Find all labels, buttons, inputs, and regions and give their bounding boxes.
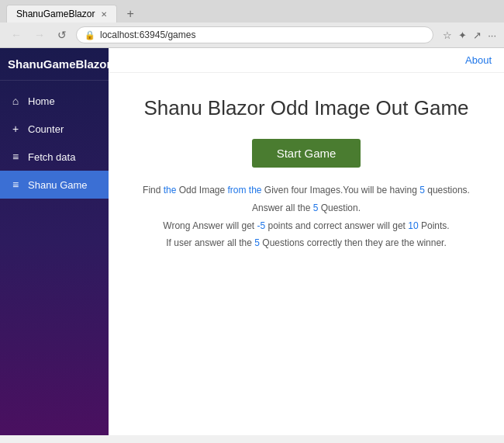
tab-bar: ShanuGameBlazor ✕ + [0,0,504,22]
page-heading: Shanu Blazor Odd Image Out Game [143,96,468,120]
sidebar-item-home[interactable]: ⌂ Home [0,87,109,115]
sidebar-nav: ⌂ Home + Counter ≡ Fetch data ≡ Shanu Ga… [0,81,109,199]
forward-button[interactable]: → [31,27,48,43]
game-description: Find the Odd Image from the Given four I… [143,182,470,252]
browser-chrome: ShanuGameBlazor ✕ + ← → ↺ 🔒 ☆ ✦ ↗ ··· [0,0,504,48]
share-icon[interactable]: ↗ [473,29,482,41]
tab-close-button[interactable]: ✕ [101,10,107,19]
url-input[interactable] [100,29,425,40]
address-icons: ☆ ✦ ↗ ··· [443,29,496,41]
start-game-button[interactable]: Start Game [252,139,361,168]
lock-icon: 🔒 [85,30,95,40]
sidebar-item-shanu-game[interactable]: ≡ Shanu Game [0,171,109,199]
sidebar-item-fetch-data[interactable]: ≡ Fetch data [0,143,109,171]
back-button[interactable]: ← [8,27,25,43]
bookmark-icon[interactable]: ☆ [443,29,452,41]
content-area: Shanu Blazor Odd Image Out Game Start Ga… [109,73,504,435]
description-line-1: Find the Odd Image from the Given four I… [143,182,470,199]
sidebar-item-fetch-label: Fetch data [28,151,75,163]
star-icon[interactable]: ✦ [458,29,467,41]
menu-icon[interactable]: ··· [488,29,496,41]
sidebar-item-shanu-label: Shanu Game [28,179,88,191]
address-bar: ← → ↺ 🔒 ☆ ✦ ↗ ··· [0,22,504,47]
about-link[interactable]: About [465,54,492,66]
new-tab-button[interactable]: + [120,5,140,22]
sidebar: ShanuGameBlazor ⌂ Home + Counter ≡ Fetch… [0,48,109,435]
description-line-2: Answer all the 5 Question. [143,199,470,217]
list-icon: ≡ [9,151,22,163]
browser-tab[interactable]: ShanuGameBlazor ✕ [6,5,117,22]
description-line-3: Wrong Answer will get -5 points and corr… [143,217,470,235]
sidebar-item-home-label: Home [28,95,55,107]
sidebar-item-counter-label: Counter [28,123,64,135]
plus-icon: + [9,123,22,135]
app-layout: ShanuGameBlazor ⌂ Home + Counter ≡ Fetch… [0,48,504,435]
sidebar-title: ShanuGameBlazor [0,48,109,81]
sidebar-item-counter[interactable]: + Counter [0,115,109,143]
tab-title: ShanuGameBlazor [16,9,95,19]
refresh-button[interactable]: ↺ [54,27,70,43]
topbar: About [109,48,504,73]
address-input-container: 🔒 [76,26,433,43]
main-content: About Shanu Blazor Odd Image Out Game St… [109,48,504,435]
description-line-4: If user answer all the 5 Questions corre… [143,234,470,252]
grid-icon: ≡ [9,178,22,191]
home-icon: ⌂ [9,95,22,107]
